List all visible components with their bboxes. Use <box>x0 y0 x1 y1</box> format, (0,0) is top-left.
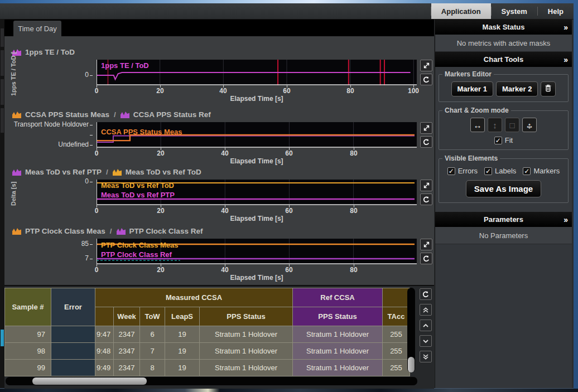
left-edge-strip <box>0 20 4 388</box>
chart-refresh-button[interactable] <box>420 136 432 148</box>
table-next-button[interactable] <box>420 335 432 347</box>
table-cell-sample[interactable]: 98 <box>5 343 51 359</box>
table-cell-leaps[interactable]: 19 <box>165 326 199 342</box>
x-tick-label: 80 <box>350 207 357 215</box>
chart-section-1pps-te-tod: 1pps TE / ToD 1pps TE / ToD [ 0 1pps TE … <box>4 46 434 104</box>
chart-refresh-button[interactable] <box>420 193 432 205</box>
table-horizontal-scrollbar[interactable] <box>6 377 417 385</box>
chart-tools-panel: Markers Editor Marker 1 Marker 2 Chart &… <box>435 67 572 212</box>
table-cell-sample[interactable]: 97 <box>5 326 51 342</box>
col-group-measured-ccsa: Measured CCSA <box>95 288 292 307</box>
marker-2-button[interactable]: Marker 2 <box>496 81 538 96</box>
marker-1-button[interactable]: Marker 1 <box>451 81 493 96</box>
chart-refresh-button[interactable] <box>420 74 432 85</box>
table-cell-tacc[interactable]: 255 <box>383 360 410 376</box>
chart-plot[interactable]: 1pps TE / ToD <box>97 60 417 85</box>
parameters-header[interactable]: Parameters » <box>435 212 572 227</box>
chart-expand-button[interactable] <box>420 180 432 191</box>
table-cell-tod[interactable]: 9:49 <box>95 360 113 376</box>
chart-x-ticks: 020406080 <box>97 205 417 214</box>
chart-tools-header[interactable]: Chart Tools » <box>435 52 572 67</box>
table-cell-sample[interactable]: 99 <box>5 360 51 376</box>
charts-panel: 1pps TE / ToD 1pps TE / ToD [ 0 1pps TE … <box>4 36 434 285</box>
col-header-tow: ToW <box>140 307 165 326</box>
visible-elements-group: Visible Elements ✓ Errors ✓ Labels ✓ Mar… <box>439 154 569 203</box>
table-cell-tow[interactable]: 7 <box>140 343 165 359</box>
table-cell-leaps[interactable]: 19 <box>165 343 199 359</box>
table-cell-error[interactable] <box>51 343 95 359</box>
horizontal-scrollbar-thumb[interactable] <box>32 378 147 385</box>
chart-section-ccsa-pps-status: CCSA PPS Status Meas/CCSA PPS Status Ref… <box>4 109 434 167</box>
table-cell-pps-ref[interactable]: Stratum 1 Holdover <box>293 343 382 359</box>
chart-expand-button[interactable] <box>420 239 432 250</box>
col-header-tacc: TAcc <box>383 307 410 326</box>
col-header-week: Week <box>114 307 139 326</box>
refresh-icon <box>422 196 430 204</box>
table-cell-tacc[interactable]: 255 <box>383 326 410 342</box>
x-tick-label: 40 <box>221 207 228 215</box>
chart-title-text: CCSA PPS Status Meas <box>25 110 109 119</box>
col-header-tod <box>95 307 113 326</box>
chart-refresh-button[interactable] <box>420 253 432 264</box>
box-zoom-button[interactable]: □ <box>505 118 519 132</box>
vertical-scrollbar-thumb[interactable] <box>408 357 415 372</box>
table-cell-week[interactable]: 2347 <box>114 360 139 376</box>
table-prev-button[interactable] <box>420 320 432 331</box>
table-cell-pps-ref[interactable]: Stratum 1 Holdover <box>293 326 382 342</box>
x-tick-label: 60 <box>285 149 292 157</box>
table-first-button[interactable] <box>420 304 432 316</box>
tab-time-of-day[interactable]: Time of Day <box>13 21 61 36</box>
table-cell-tacc[interactable]: 255 <box>383 343 410 359</box>
labels-label: Labels <box>495 167 516 175</box>
table-cell-tow[interactable]: 8 <box>140 360 165 376</box>
chart-legend: CCSA PPS Status Meas <box>101 128 182 136</box>
table-cell-week[interactable]: 2347 <box>114 326 139 342</box>
delete-markers-button[interactable] <box>541 81 556 96</box>
errors-checkbox[interactable]: ✓ Errors <box>447 167 478 175</box>
mask-status-header[interactable]: Mask Status » <box>435 20 572 35</box>
table-refresh-button[interactable] <box>420 288 432 300</box>
menu-help[interactable]: Help <box>538 3 574 19</box>
table-cell-pps-ref[interactable]: Stratum 1 Holdover <box>293 360 382 376</box>
table-last-button[interactable] <box>420 351 432 362</box>
table-cell-error[interactable] <box>51 360 95 376</box>
table-cell-error[interactable] <box>51 326 95 342</box>
chart-zoom-mode-group: Chart & Zoom mode ↔ ↕ □ ↔ ↕ ✓ Fit <box>439 107 569 150</box>
refresh-icon <box>422 76 430 84</box>
expand-icon <box>423 124 430 132</box>
chart-plot[interactable]: CCSA PPS Status Meas <box>97 122 417 148</box>
chart-expand-button[interactable] <box>420 60 432 71</box>
chart-title-text: Meas ToD vs Ref PTP <box>25 168 102 176</box>
horizontal-zoom-button[interactable]: ↔ <box>470 118 485 132</box>
chevron-down-icon <box>422 337 430 345</box>
fit-label: Fit <box>505 136 513 144</box>
labels-checkbox[interactable]: ✓ Labels <box>484 167 516 175</box>
table-cell-pps-meas[interactable]: Stratum 1 Holdover <box>200 360 292 376</box>
markers-checkbox[interactable]: ✓ Markers <box>523 167 560 175</box>
vertical-zoom-button[interactable]: ↕ <box>488 118 502 132</box>
table-cell-week[interactable]: 2347 <box>114 343 139 359</box>
menu-application[interactable]: Application <box>431 3 491 19</box>
table-cell-pps-meas[interactable]: Stratum 1 Holdover <box>200 326 292 342</box>
table-cell-tod[interactable]: 9:48 <box>95 343 113 359</box>
chart-x-axis-label: Elapsed Time [s] <box>97 157 417 165</box>
chart-plot[interactable]: PTP Clock Class MeasPTP Clock Class Ref <box>97 239 417 264</box>
chart-plot[interactable]: Meas ToD vs Ref ToDMeas ToD vs Ref PTP <box>97 180 417 205</box>
table-vertical-scrollbar[interactable] <box>407 288 415 372</box>
pan-mode-button[interactable]: ↔ ↕ <box>522 118 537 132</box>
table-cell-leaps[interactable]: 19 <box>165 360 199 376</box>
chart-x-ticks: 020406080100 <box>97 85 417 94</box>
table-cell-pps-meas[interactable]: Stratum 1 Holdover <box>200 343 292 359</box>
save-as-image-button[interactable]: Save As Image <box>466 180 541 197</box>
fit-checkbox[interactable]: ✓ Fit <box>494 136 513 144</box>
left-strip-segment <box>1 79 4 105</box>
table-cell-tow[interactable]: 6 <box>140 326 165 342</box>
chart-legend: Meas ToD vs Ref ToD <box>101 181 174 190</box>
left-strip-segment <box>1 50 4 76</box>
menu-system[interactable]: System <box>492 3 537 19</box>
double-chevron-up-icon <box>422 306 430 314</box>
x-tick-label: 20 <box>156 87 163 95</box>
table-cell-tod[interactable]: 9:47 <box>95 326 113 342</box>
chart-expand-button[interactable] <box>420 122 432 134</box>
chart-x-axis-label: Elapsed Time [s] <box>97 95 417 103</box>
